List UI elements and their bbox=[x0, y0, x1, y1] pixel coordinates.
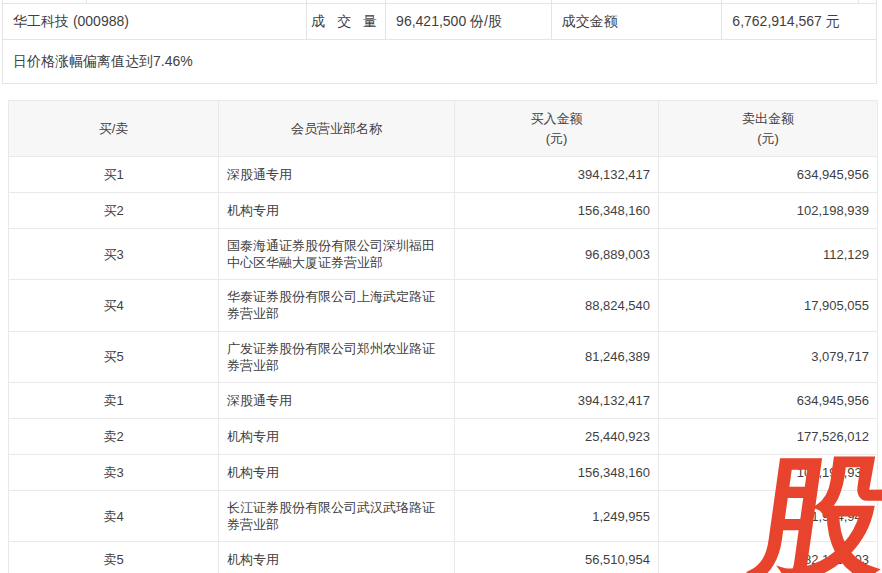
sell-amount-cell: 634,945,956 bbox=[659, 382, 878, 418]
summary-row: 华工科技 (000988) 成 交 量 96,421,500 份/股 成交金额 … bbox=[3, 4, 876, 40]
turnover-value: 6,762,914,567 元 bbox=[722, 4, 876, 39]
buy-amount-cell: 394,132,417 bbox=[455, 382, 659, 418]
header-row: 买/卖 会员营业部名称 买入金额(元) 卖出金额(元) bbox=[9, 101, 878, 157]
table-row: 买1 深股通专用 394,132,417 634,945,956 bbox=[9, 157, 878, 193]
sell-amount-cell: 112,129 bbox=[659, 229, 878, 280]
table-row: 买2 机构专用 156,348,160 102,198,939 bbox=[9, 193, 878, 229]
rank-cell: 买5 bbox=[9, 331, 219, 382]
branch-cell: 机构专用 bbox=[219, 418, 455, 454]
branch-cell: 国泰海通证券股份有限公司深圳福田中心区华融大厦证券营业部 bbox=[219, 229, 455, 280]
rank-cell: 卖4 bbox=[9, 490, 219, 541]
table-row: 卖5 机构专用 56,510,954 82,145,603 bbox=[9, 542, 878, 573]
rank-cell: 卖5 bbox=[9, 542, 219, 573]
table-row: 买3 国泰海通证券股份有限公司深圳福田中心区华融大厦证券营业部 96,889,0… bbox=[9, 229, 878, 280]
col-header-sell: 卖出金额(元) bbox=[659, 101, 878, 157]
broker-seat-table: 买/卖 会员营业部名称 买入金额(元) 卖出金额(元) 买1 深股通专用 394… bbox=[8, 100, 878, 573]
buy-amount-cell: 1,249,955 bbox=[455, 490, 659, 541]
turnover-label: 成交金额 bbox=[552, 4, 723, 39]
col-header-side: 买/卖 bbox=[9, 101, 219, 157]
buy-amount-cell: 88,824,540 bbox=[455, 280, 659, 331]
rank-cell: 买1 bbox=[9, 157, 219, 193]
rank-cell: 卖1 bbox=[9, 382, 219, 418]
branch-cell: 广发证券股份有限公司郑州农业路证券营业部 bbox=[219, 331, 455, 382]
sell-amount-cell: 177,526,012 bbox=[659, 418, 878, 454]
stock-name: 华工科技 (000988) bbox=[3, 4, 307, 39]
rank-cell: 买4 bbox=[9, 280, 219, 331]
table-row: 卖2 机构专用 25,440,923 177,526,012 bbox=[9, 418, 878, 454]
branch-cell: 机构专用 bbox=[219, 193, 455, 229]
buy-amount-cell: 81,246,389 bbox=[455, 331, 659, 382]
buy-amount-cell: 394,132,417 bbox=[455, 157, 659, 193]
buy-amount-cell: 96,889,003 bbox=[455, 229, 659, 280]
buy-amount-cell: 156,348,160 bbox=[455, 193, 659, 229]
col-header-branch: 会员营业部名称 bbox=[219, 101, 455, 157]
table-row: 卖4 长江证券股份有限公司武汉武珞路证券营业部 1,249,955 81,914… bbox=[9, 490, 878, 541]
buy-amount-cell: 156,348,160 bbox=[455, 454, 659, 490]
sell-amount-cell: 17,905,055 bbox=[659, 280, 878, 331]
volume-label: 成 交 量 bbox=[307, 4, 386, 39]
table-row: 买5 广发证券股份有限公司郑州农业路证券营业部 81,246,389 3,079… bbox=[9, 331, 878, 382]
sell-amount-cell: 634,945,956 bbox=[659, 157, 878, 193]
sell-amount-cell: 81,914,940 bbox=[659, 490, 878, 541]
rank-cell: 买2 bbox=[9, 193, 219, 229]
table-row: 买4 华泰证券股份有限公司上海武定路证券营业部 88,824,540 17,90… bbox=[9, 280, 878, 331]
table-row: 卖3 机构专用 156,348,160 102,198,939 bbox=[9, 454, 878, 490]
branch-cell: 机构专用 bbox=[219, 454, 455, 490]
lhb-page: 华工科技 (000988) 成 交 量 96,421,500 份/股 成交金额 … bbox=[0, 0, 882, 573]
buy-amount-cell: 25,440,923 bbox=[455, 418, 659, 454]
rank-cell: 卖3 bbox=[9, 454, 219, 490]
branch-cell: 深股通专用 bbox=[219, 157, 455, 193]
branch-cell: 长江证券股份有限公司武汉武珞路证券营业部 bbox=[219, 490, 455, 541]
sell-amount-cell: 82,145,603 bbox=[659, 542, 878, 573]
summary-table: 华工科技 (000988) 成 交 量 96,421,500 份/股 成交金额 … bbox=[2, 0, 877, 84]
sell-amount-cell: 102,198,939 bbox=[659, 454, 878, 490]
branch-cell: 机构专用 bbox=[219, 542, 455, 573]
sell-amount-cell: 3,079,717 bbox=[659, 331, 878, 382]
rank-cell: 卖2 bbox=[9, 418, 219, 454]
sell-amount-cell: 102,198,939 bbox=[659, 193, 878, 229]
col-header-buy: 买入金额(元) bbox=[455, 101, 659, 157]
rank-cell: 买3 bbox=[9, 229, 219, 280]
branch-cell: 深股通专用 bbox=[219, 382, 455, 418]
branch-cell: 华泰证券股份有限公司上海武定路证券营业部 bbox=[219, 280, 455, 331]
volume-value: 96,421,500 份/股 bbox=[386, 4, 552, 39]
deviation-note: 日价格涨幅偏离值达到7.46% bbox=[3, 40, 876, 83]
buy-amount-cell: 56,510,954 bbox=[455, 542, 659, 573]
table-row: 卖1 深股通专用 394,132,417 634,945,956 bbox=[9, 382, 878, 418]
